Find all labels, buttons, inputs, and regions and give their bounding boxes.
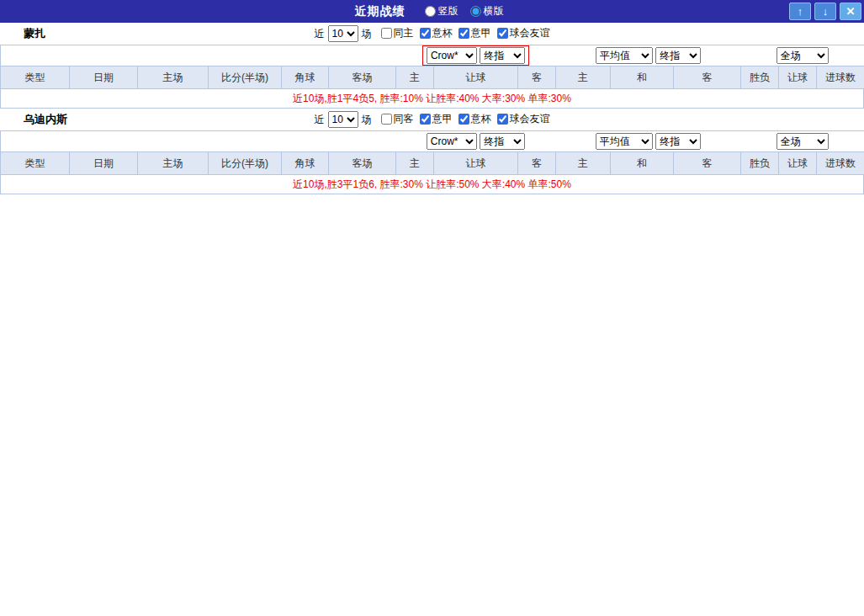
near-label: 近 <box>315 113 325 127</box>
filter-group: 同客意甲意杯球会友谊 <box>375 112 550 127</box>
team-section-udinese: 乌迪内斯 近 10 场 同客意甲意杯球会友谊 Crow* 终指 <box>0 109 864 194</box>
dropdown-row-blank <box>1 131 396 152</box>
page-title: 近期战绩 <box>355 4 405 19</box>
filter-checkbox[interactable] <box>381 114 392 125</box>
move-up-button[interactable]: ↑ <box>789 3 811 20</box>
match-filter[interactable]: 球会友谊 <box>497 112 550 126</box>
summary-line: 近10场,胜3平1负6, 胜率:30% 让胜率:50% 大率:40% 单率:50… <box>0 175 864 194</box>
column-header: 和 <box>611 66 674 89</box>
close-button[interactable]: ✕ <box>840 3 861 20</box>
section-controls: 近 10 场 同客意甲意杯球会友谊 <box>315 111 550 128</box>
filter-label: 球会友谊 <box>510 112 550 126</box>
filter-label: 意甲 <box>432 112 453 126</box>
filter-label: 球会友谊 <box>510 26 550 40</box>
odds-stage-select[interactable]: 终指 <box>480 133 525 150</box>
odds-company-select[interactable]: Crow* <box>427 133 477 150</box>
europe-odds-dropdowns: 平均值 终指 <box>556 45 741 66</box>
column-header: 胜负 <box>741 66 779 89</box>
europe-average-select[interactable]: 平均值 <box>596 47 653 64</box>
dropdown-wrap: Crow* 终指 <box>423 132 528 151</box>
filter-checkbox[interactable] <box>420 114 431 125</box>
layout-radio[interactable] <box>470 6 481 17</box>
match-filter[interactable]: 意甲 <box>459 26 491 40</box>
filter-checkbox[interactable] <box>459 114 469 125</box>
team-name: 乌迪内斯 <box>24 112 67 127</box>
scope-dropdown-cell: 全场 <box>741 131 864 152</box>
column-header: 比分(半场) <box>209 66 282 89</box>
match-filter[interactable]: 同主 <box>381 26 414 40</box>
match-filter[interactable]: 意杯 <box>459 112 491 126</box>
column-header: 类型 <box>1 152 70 175</box>
europe-average-select[interactable]: 平均值 <box>596 133 653 150</box>
match-count-select[interactable]: 10 <box>328 25 358 42</box>
near-label: 近 <box>315 27 325 41</box>
handicap-odds-dropdowns: Crow* 终指 <box>396 131 556 152</box>
matches-label: 场 <box>362 27 372 41</box>
column-header: 主场 <box>138 66 209 89</box>
column-header: 角球 <box>282 152 329 175</box>
filter-checkbox[interactable] <box>459 28 469 39</box>
column-header: 主 <box>556 152 611 175</box>
match-count-select[interactable]: 10 <box>328 111 358 128</box>
filter-checkbox[interactable] <box>497 28 508 39</box>
column-header: 类型 <box>1 66 70 89</box>
layout-option[interactable]: 竖版 <box>425 4 459 19</box>
column-header: 让球 <box>779 66 817 89</box>
filter-label: 意甲 <box>471 26 491 40</box>
team-name: 蒙扎 <box>24 26 45 41</box>
handicap-odds-dropdowns: Crow* 终指 <box>396 45 556 66</box>
layout-option[interactable]: 横版 <box>470 4 504 19</box>
column-header: 客 <box>518 66 556 89</box>
titlebar: 近期战绩 竖版横版 ↑ ↓ ✕ <box>0 0 864 23</box>
results-table: Crow* 终指 平均值 终指 全场 类型日期主场比分(半场)角球客场主让球客主… <box>0 45 864 89</box>
column-header: 让球 <box>434 66 518 89</box>
column-header: 进球数 <box>817 152 864 175</box>
match-filter[interactable]: 意甲 <box>420 112 453 126</box>
odds-stage-select[interactable]: 终指 <box>480 47 525 64</box>
column-header: 主 <box>556 66 611 89</box>
column-header: 比分(半场) <box>209 152 282 175</box>
column-header: 客场 <box>329 152 396 175</box>
match-filter[interactable]: 意杯 <box>420 26 453 40</box>
column-header: 客场 <box>329 66 396 89</box>
europe-stage-select[interactable]: 终指 <box>655 47 701 64</box>
matches-label: 场 <box>362 113 372 127</box>
column-header: 主 <box>396 152 434 175</box>
column-header: 日期 <box>70 66 138 89</box>
column-header: 客 <box>518 152 556 175</box>
down-arrow-icon: ↓ <box>823 5 829 18</box>
column-header: 和 <box>611 152 674 175</box>
filter-group: 同主意杯意甲球会友谊 <box>375 26 550 41</box>
column-header: 日期 <box>70 152 138 175</box>
odds-company-select[interactable]: Crow* <box>427 47 477 64</box>
move-down-button[interactable]: ↓ <box>814 3 836 20</box>
filter-checkbox[interactable] <box>420 28 431 39</box>
section-controls: 近 10 场 同主意杯意甲球会友谊 <box>315 25 550 42</box>
match-filter[interactable]: 同客 <box>381 112 414 126</box>
summary-line: 近10场,胜1平4负5, 胜率:10% 让胜率:40% 大率:30% 单率:30… <box>0 89 864 109</box>
section-header: 乌迪内斯 近 10 场 同客意甲意杯球会友谊 <box>0 109 864 130</box>
europe-stage-select[interactable]: 终指 <box>655 133 701 150</box>
scope-select[interactable]: 全场 <box>777 47 829 64</box>
filter-checkbox[interactable] <box>381 28 392 39</box>
column-header-row: 类型日期主场比分(半场)角球客场主让球客主和客胜负让球进球数 <box>1 66 864 89</box>
column-header: 主场 <box>138 152 209 175</box>
up-arrow-icon: ↑ <box>798 5 803 18</box>
filter-label: 意杯 <box>432 26 453 40</box>
scope-select[interactable]: 全场 <box>777 133 829 150</box>
layout-radio[interactable] <box>425 6 436 17</box>
section-header: 蒙扎 近 10 场 同主意杯意甲球会友谊 <box>0 23 864 45</box>
filter-checkbox[interactable] <box>497 114 508 125</box>
scope-dropdown-cell: 全场 <box>741 45 864 66</box>
highlight-box: Crow* 终指 <box>422 45 529 66</box>
column-header: 让球 <box>779 152 817 175</box>
column-header: 进球数 <box>817 66 864 89</box>
filter-label: 同客 <box>394 112 414 126</box>
match-filter[interactable]: 球会友谊 <box>497 26 550 40</box>
column-header: 让球 <box>434 152 518 175</box>
layout-option-label: 横版 <box>484 4 504 19</box>
column-header: 客 <box>674 152 741 175</box>
dropdown-row: Crow* 终指 平均值 终指 全场 <box>1 131 864 152</box>
filter-label: 同主 <box>394 26 414 40</box>
results-table: Crow* 终指 平均值 终指 全场 类型日期主场比分(半场)角球客场主让球客主… <box>0 130 864 175</box>
